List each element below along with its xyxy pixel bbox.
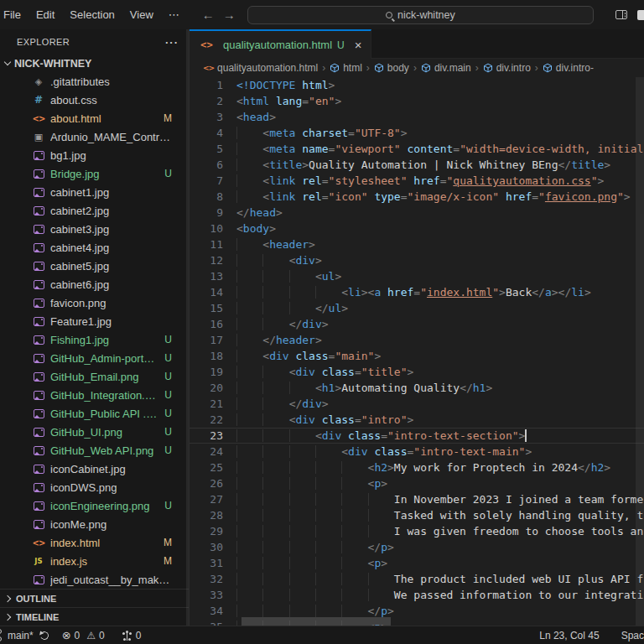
code-line[interactable]: 2<html lang="en"> [190, 93, 644, 109]
timeline-section[interactable]: TIMELINE [0, 607, 189, 626]
menu-selection[interactable]: Selection [62, 5, 122, 24]
code-editor[interactable]: 1<!DOCTYPE html>2<html lang="en">3<head>… [190, 77, 644, 626]
explorer-actions-icon[interactable]: ··· [165, 36, 179, 49]
code-line[interactable]: 22 <div class="intro"> [190, 412, 644, 428]
code-line[interactable]: 19 <div class="title"> [190, 364, 644, 380]
file-row[interactable]: bg1.jpg [0, 146, 189, 164]
file-row[interactable]: iconCabinet.jpg [0, 460, 189, 478]
code-line[interactable]: 13 <ul> [190, 268, 644, 284]
code-line[interactable]: 27 In November 2023 I joined a team form… [190, 491, 644, 507]
command-center-search[interactable]: nick-whitney [247, 6, 594, 24]
line-number: 31 [190, 555, 223, 571]
code-line[interactable]: 9</head> [190, 205, 644, 221]
code-line[interactable]: 28 Tasked with solely handling quality, … [190, 507, 644, 523]
code-line[interactable]: 15 </ul> [190, 300, 644, 316]
nav-forward-icon[interactable]: → [223, 8, 236, 22]
file-row[interactable]: favicon.png [0, 293, 189, 312]
git-branch-status[interactable]: main* [2, 630, 49, 641]
vertical-scrollbar[interactable] [636, 77, 644, 626]
menu-view[interactable]: View [122, 5, 161, 24]
code-line[interactable]: 1<!DOCTYPE html> [190, 77, 644, 93]
code-line[interactable]: 32 The product included web UI plus API … [190, 571, 644, 587]
code-line[interactable]: 29 I was given freedom to choose tools a… [190, 523, 644, 539]
line-number: 32 [190, 571, 223, 587]
line-content: <h2>My work for Proptech in 2024</h2> [236, 460, 610, 475]
code-line[interactable]: 21 </div> [190, 396, 644, 412]
img-file-icon [32, 409, 45, 418]
breadcrumb-item[interactable]: div.main [421, 62, 471, 74]
file-row[interactable]: jedi_outcast__by_makingpicsslo [0, 570, 189, 589]
file-row[interactable]: GitHub_Public API .pngU [0, 404, 189, 423]
file-row[interactable]: Feature1.jpg [0, 312, 189, 330]
code-line[interactable]: 24 <div class="intro-text-main"> [190, 444, 644, 460]
error-icon: ⊗ [62, 629, 71, 641]
file-row[interactable]: cabinet6.jpg [0, 275, 189, 293]
file-row[interactable]: GitHub_Web API.pngU [0, 441, 189, 460]
file-row[interactable]: JSindex.jsM [0, 552, 189, 570]
code-line[interactable]: 26 <p> [190, 475, 644, 491]
code-line[interactable]: 14 <li><a href="index.html">Back</a></li… [190, 284, 644, 300]
close-icon[interactable]: × [355, 38, 362, 52]
code-line[interactable]: 31 <p> [190, 555, 644, 571]
code-line[interactable]: 3<head> [190, 109, 644, 125]
breadcrumb-item[interactable]: html [330, 62, 362, 74]
code-line[interactable]: 20 <h1>Automating Quality</h1> [190, 380, 644, 396]
code-line[interactable]: 23 <div class="intro-text-section"> [190, 428, 644, 444]
menu-[interactable]: ⋯ [161, 5, 187, 24]
menu-edit[interactable]: Edit [29, 5, 62, 24]
code-line[interactable]: 17 </header> [190, 332, 644, 348]
file-row[interactable]: cabinet4.jpg [0, 238, 189, 257]
file-row[interactable]: <>index.htmlM [0, 533, 189, 552]
file-row[interactable]: ▣Ardunio_MAME_Controller.zip [0, 127, 189, 146]
file-row[interactable]: <>about.htmlM [0, 109, 189, 127]
menu-file[interactable]: File [0, 5, 29, 24]
code-line[interactable]: 16 </div> [190, 316, 644, 332]
file-row[interactable]: iconMe.png [0, 515, 189, 533]
file-row[interactable]: GitHub_UI.pngU [0, 423, 189, 441]
code-line[interactable]: 11 <header> [190, 236, 644, 252]
html-file-icon: <> [200, 40, 213, 49]
file-row[interactable]: GitHub_Admin-portal.pngU [0, 349, 189, 367]
code-line[interactable]: 4 <meta charset="UTF-8"> [190, 125, 644, 141]
file-row[interactable]: #about.css [0, 91, 189, 109]
toggle-panel-icon[interactable] [615, 10, 627, 19]
sidebar-resize-sash[interactable] [186, 29, 189, 626]
horizontal-scrollbar[interactable] [242, 617, 391, 626]
file-row[interactable]: GitHub_Email.pngU [0, 367, 189, 386]
text-cursor [525, 429, 527, 442]
code-line[interactable]: 30 </p> [190, 539, 644, 555]
breadcrumb-item[interactable]: <>qualityautomation.html [203, 62, 318, 74]
file-row[interactable]: cabinet1.jpg [0, 183, 189, 201]
code-line[interactable]: 7 <link rel="stylesheet" href="qualityau… [190, 173, 644, 189]
file-row[interactable]: GitHub_Integration.pngU [0, 386, 189, 404]
code-line[interactable]: 25 <h2>My work for Proptech in 2024</h2> [190, 460, 644, 475]
customize-layout-icon[interactable] [637, 10, 644, 20]
file-row[interactable]: iconDWS.png [0, 478, 189, 496]
problems-status[interactable]: ⊗ 0 ⚠ 0 [62, 629, 105, 641]
file-row[interactable]: cabinet3.jpg [0, 220, 189, 238]
file-row[interactable]: cabinet2.jpg [0, 201, 189, 220]
code-line[interactable]: 5 <meta name="viewport" content="width=d… [190, 141, 644, 157]
indentation-status[interactable]: Spac [621, 630, 644, 641]
code-line[interactable]: 8 <link rel="icon" type="image/x-icon" h… [190, 189, 644, 205]
file-row[interactable]: Bridge.jpgU [0, 164, 189, 183]
file-row[interactable]: cabinet5.jpg [0, 257, 189, 275]
code-line[interactable]: 33 We passed information to our integrat… [190, 587, 644, 603]
root-folder[interactable]: NICK-WHITNEY [0, 55, 189, 72]
breadcrumb-item[interactable]: body [374, 62, 409, 74]
outline-section[interactable]: OUTLINE [0, 589, 189, 607]
code-line[interactable]: 12 <div> [190, 252, 644, 268]
breadcrumb-item[interactable]: div.intro [483, 62, 531, 74]
file-row[interactable]: iconEngineering.pngU [0, 496, 189, 515]
cursor-position[interactable]: Ln 23, Col 45 [539, 630, 599, 641]
line-number: 1 [190, 77, 223, 93]
file-row[interactable]: Fishing1.jpgU [0, 330, 189, 349]
code-line[interactable]: 10<body> [190, 221, 644, 236]
code-line[interactable]: 18 <div class="main"> [190, 348, 644, 364]
file-row[interactable]: ◈.gitattributes [0, 72, 189, 91]
tab-qualityautomation[interactable]: <> qualityautomation.html U × [190, 29, 371, 59]
nav-back-icon[interactable]: ← [202, 8, 215, 22]
breadcrumb-item[interactable]: div.intro- [543, 62, 594, 74]
code-line[interactable]: 6 <title>Quality Automation | Nick Whitn… [190, 157, 644, 173]
ports-status[interactable]: 0 [122, 630, 142, 641]
